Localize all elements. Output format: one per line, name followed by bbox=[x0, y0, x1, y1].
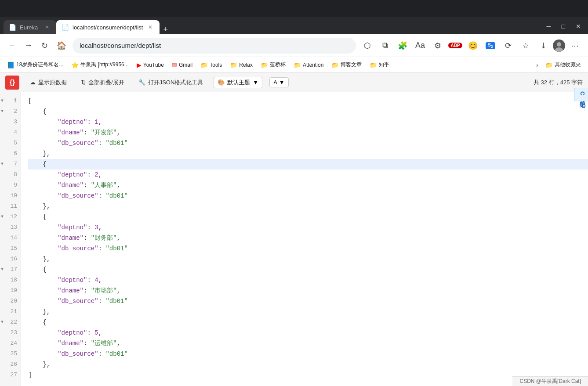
bookmark-item-last[interactable]: 📁 其他收藏夹 bbox=[542, 59, 584, 70]
line-numbers: ▼ 1 ▼ 2 3 4 5 6 ▼ 7 8 9 10 11 ▼ 12 13 14… bbox=[0, 92, 21, 386]
json-stats: 共 32 行，425 字符 bbox=[534, 79, 583, 87]
bookmark-icon-bk2: ⭐ bbox=[71, 61, 79, 69]
code-line-2: { bbox=[28, 106, 588, 117]
bookmark-icon-bk3: ▶ bbox=[137, 61, 142, 69]
code-line-6: }, bbox=[28, 148, 588, 159]
minimize-button[interactable]: ─ bbox=[543, 21, 555, 32]
line-num-3: 3 bbox=[0, 117, 21, 127]
tab-bar: 📄 Eureka ✕ 📄 localhost/consumer/dept/lis… bbox=[0, 17, 588, 34]
open-tool-label: 打开JSON格式化工具 bbox=[148, 79, 203, 87]
line-num-9: 9 bbox=[0, 180, 21, 191]
fold-icon: ⇅ bbox=[81, 79, 86, 86]
bookmark-item-bk6[interactable]: 📁 Relax bbox=[226, 60, 256, 70]
code-line-15: "db_source": "db01" bbox=[28, 243, 588, 254]
toolbar-icons: ⬡ ⧉ 🧩 Aa ⚙ ABP 😊 S2 ⟳ ☆ ⤓ ⋯ bbox=[359, 38, 583, 54]
tab-consumer[interactable]: 📄 localhost/consumer/dept/list ✕ bbox=[56, 20, 160, 34]
settings-icon[interactable]: ⚙ bbox=[430, 38, 446, 54]
fold-arrow-17[interactable]: ▼ bbox=[1, 264, 4, 275]
download-icon[interactable]: ⤓ bbox=[535, 38, 551, 54]
title-bar bbox=[0, 0, 588, 17]
fold-all-button[interactable]: ⇅ 全部折叠/展开 bbox=[77, 77, 128, 88]
abp-icon[interactable]: ABP bbox=[447, 38, 463, 54]
bookmark-item-bk5[interactable]: 📁 Tools bbox=[197, 60, 225, 70]
refresh-button[interactable]: ↻ bbox=[39, 38, 51, 53]
open-tool-button[interactable]: 🔧 打开JSON格式化工具 bbox=[135, 77, 207, 88]
theme-select[interactable]: 🎨 默认主题 ▼ bbox=[214, 77, 262, 88]
line-num-24: 24 bbox=[0, 338, 21, 349]
side-panel[interactable]: C笔记 bbox=[574, 88, 588, 101]
fold-arrow-1[interactable]: ▼ bbox=[1, 96, 4, 106]
bookmark-icon-bk4: ✉ bbox=[172, 61, 177, 69]
star-icon[interactable]: ☆ bbox=[518, 38, 534, 54]
code-line-13: "deptno": 3, bbox=[28, 222, 588, 233]
line-num-25: 25 bbox=[0, 349, 21, 359]
avatar[interactable] bbox=[553, 40, 565, 52]
line-num-15: 15 bbox=[0, 243, 21, 254]
line-num-26: 26 bbox=[0, 359, 21, 370]
bookmark-icon-last: 📁 bbox=[545, 61, 553, 69]
json-content: ▼ 1 ▼ 2 3 4 5 6 ▼ 7 8 9 10 11 ▼ 12 13 14… bbox=[0, 92, 588, 386]
code-line-4: "dname": "开发部", bbox=[28, 127, 588, 138]
font-label: A bbox=[273, 79, 277, 86]
tool-icon: 🔧 bbox=[138, 79, 145, 86]
bookmark-item-bk10[interactable]: 📁 知乎 bbox=[366, 59, 393, 70]
code-line-10: "db_source": "db01" bbox=[28, 191, 588, 201]
tab-close-eureka[interactable]: ✕ bbox=[43, 23, 51, 31]
bookmark-item-bk9[interactable]: 📁 博客文章 bbox=[328, 59, 365, 70]
translate-icon[interactable]: Aa bbox=[412, 38, 428, 54]
bookmark-item-bk1[interactable]: 📘 18岁身份证号和名... bbox=[4, 59, 67, 70]
line-num-16: 16 bbox=[0, 254, 21, 264]
code-line-26: }, bbox=[28, 359, 588, 370]
browser-extension-icon[interactable]: 🧩 bbox=[395, 38, 410, 54]
line-num-4: 4 bbox=[0, 127, 21, 138]
code-line-23: "deptno": 5, bbox=[28, 328, 588, 338]
line-num-8: 8 bbox=[0, 170, 21, 180]
line-num-14: 14 bbox=[0, 233, 21, 243]
bookmark-icon-bk1: 📘 bbox=[7, 61, 15, 69]
fold-arrow-12[interactable]: ▼ bbox=[1, 212, 4, 222]
close-button[interactable]: ✕ bbox=[572, 21, 584, 32]
bookmark-item-bk7[interactable]: 📁 蓝桥杯 bbox=[257, 59, 289, 70]
tab-label-eureka: Eureka bbox=[20, 24, 40, 31]
emoji-icon[interactable]: 😊 bbox=[465, 38, 481, 54]
code-line-14: "dname": "财务部", bbox=[28, 233, 588, 243]
fold-arrow-7[interactable]: ▼ bbox=[1, 159, 4, 170]
line-num-5: 5 bbox=[0, 138, 21, 148]
line-num-10: 10 bbox=[0, 191, 21, 201]
bookmarks-bar: 📘 18岁身份证号和名... ⭐ 牛泉禹 [http://9956... ▶ Y… bbox=[0, 57, 588, 73]
tab-label-consumer: localhost/consumer/dept/list bbox=[73, 24, 143, 31]
tab-search-icon[interactable]: ⧉ bbox=[377, 38, 393, 54]
bookmarks-more-button[interactable]: › bbox=[534, 60, 541, 70]
more-menu-icon[interactable]: ⋯ bbox=[567, 38, 583, 54]
bookmark-label-bk1: 18岁身份证号和名... bbox=[16, 61, 63, 69]
sync-icon[interactable]: ⟳ bbox=[500, 38, 516, 54]
theme-chevron-icon: ▼ bbox=[253, 79, 258, 86]
json-toolbar: {} ☁ 显示原数据 ⇅ 全部折叠/展开 🔧 打开JSON格式化工具 🎨 默认主… bbox=[0, 73, 588, 92]
bookmark-item-bk3[interactable]: ▶ YouTube bbox=[133, 60, 167, 70]
new-tab-button[interactable]: + bbox=[160, 25, 171, 34]
json-viewer-logo: {} bbox=[5, 76, 19, 90]
back-button[interactable]: ← bbox=[5, 38, 18, 53]
home-button[interactable]: 🏠 bbox=[54, 38, 69, 53]
show-raw-button[interactable]: ☁ 显示原数据 bbox=[26, 77, 70, 88]
bookmark-item-bk8[interactable]: 📁 Attention bbox=[290, 60, 327, 70]
tab-eureka[interactable]: 📄 Eureka ✕ bbox=[4, 20, 56, 34]
url-input[interactable] bbox=[73, 38, 356, 54]
font-size-button[interactable]: A ▼ bbox=[269, 77, 289, 87]
bookmark-item-bk2[interactable]: ⭐ 牛泉禹 [http://9956... bbox=[68, 59, 132, 70]
forward-button[interactable]: → bbox=[22, 38, 35, 53]
bookmark-item-bk4[interactable]: ✉ Gmail bbox=[168, 60, 196, 70]
tab-icon-consumer: 📄 bbox=[62, 24, 69, 31]
maximize-button[interactable]: □ bbox=[558, 21, 569, 32]
fold-arrow-22[interactable]: ▼ bbox=[1, 317, 4, 328]
code-line-27: ] bbox=[28, 370, 588, 380]
s2-icon[interactable]: S2 bbox=[483, 38, 498, 54]
line-num-2: ▼ 2 bbox=[0, 106, 21, 117]
line-num-13: 13 bbox=[0, 222, 21, 233]
cast-icon[interactable]: ⬡ bbox=[359, 38, 375, 54]
fold-arrow-2[interactable]: ▼ bbox=[1, 106, 4, 117]
tab-close-consumer[interactable]: ✕ bbox=[146, 23, 154, 31]
footer-text: CSDN @牛泉禹[Dark Cat] bbox=[519, 378, 581, 384]
code-line-5: "db_source": "db01" bbox=[28, 138, 588, 148]
code-line-24: "dname": "运维部", bbox=[28, 338, 588, 349]
